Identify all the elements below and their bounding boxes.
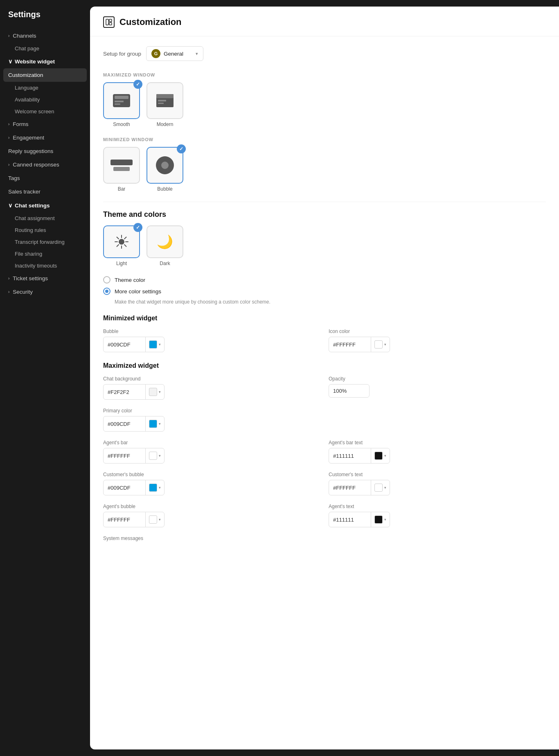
customers-text-swatch-btn[interactable]: ▾ (371, 480, 390, 495)
svg-point-11 (119, 239, 124, 245)
agents-text-field: Agent's text ▾ (329, 504, 546, 527)
modern-box[interactable] (147, 82, 183, 119)
sidebar-item-chat-assignment[interactable]: Chat assignment (0, 212, 90, 224)
sidebar-item-chat-page[interactable]: Chat page (0, 43, 90, 54)
opacity-input[interactable] (329, 384, 370, 398)
agents-bar-text-input[interactable] (329, 450, 371, 462)
agents-bar-input[interactable] (104, 450, 145, 462)
minimized-widget-section: Minimized widget Bubble ▾ Icon color (103, 315, 546, 352)
customers-bubble-input[interactable] (104, 482, 145, 494)
swatch-chevron-icon: ▾ (159, 486, 161, 490)
svg-line-18 (124, 237, 126, 239)
sidebar-item-chat-settings[interactable]: ∨ Chat settings (0, 198, 90, 212)
light-box[interactable]: ✓ (103, 225, 140, 258)
minimized-window-options: Bar ✓ Bubble (103, 147, 546, 192)
customers-text-field: Customer's text ▾ (329, 472, 546, 495)
smooth-box[interactable]: ✓ (103, 82, 140, 119)
primary-color-input[interactable] (104, 418, 145, 430)
agents-bar-swatch-btn[interactable]: ▾ (145, 448, 164, 463)
agents-text-label: Agent's text (329, 504, 546, 509)
agents-bar-row: Agent's bar ▾ Agent's bar text (103, 440, 546, 464)
bubble-color-swatch (149, 340, 157, 349)
main-header: Customization (90, 7, 559, 36)
sidebar-item-website-widget[interactable]: ∨ Website widget (0, 54, 90, 68)
bubble-color-swatch-btn[interactable]: ▾ (145, 337, 164, 352)
sidebar-item-security[interactable]: › Security (0, 285, 90, 299)
chat-bg-swatch-btn[interactable]: ▾ (145, 385, 164, 399)
light-check-badge: ✓ (133, 223, 142, 232)
chevron-right-icon: › (8, 276, 9, 281)
agents-text-input-wrapper: ▾ (329, 512, 390, 527)
sidebar-item-canned-responses[interactable]: › Canned responses (0, 158, 90, 171)
swatch-chevron-icon: ▾ (384, 486, 386, 490)
minimized-window-label: MINIMIZED WINDOW (103, 137, 546, 142)
primary-color-swatch-btn[interactable]: ▾ (145, 416, 164, 431)
chevron-right-icon: › (8, 122, 9, 126)
agents-bar-text-swatch-btn[interactable]: ▾ (371, 448, 390, 463)
dark-box[interactable]: 🌙 (147, 225, 183, 258)
agents-bar-swatch (149, 452, 157, 460)
customers-text-label: Customer's text (329, 472, 546, 477)
maximized-window-options: ✓ Smooth (103, 82, 546, 127)
icon-color-field: Icon color ▾ (329, 328, 546, 352)
sidebar: Settings › Channels Chat page ∨ Website … (0, 0, 90, 756)
sidebar-item-tags[interactable]: Tags (0, 171, 90, 185)
sidebar-item-welcome-screen[interactable]: Welcome screen (0, 106, 90, 117)
sidebar-item-transcript-forwarding[interactable]: Transcript forwarding (0, 236, 90, 248)
bar-box[interactable] (103, 147, 140, 184)
smooth-check-badge: ✓ (133, 80, 142, 89)
svg-rect-0 (106, 19, 108, 25)
style-option-dark[interactable]: 🌙 Dark (147, 225, 183, 266)
customers-bubble-field: Customer's bubble ▾ (103, 472, 320, 495)
sidebar-item-engagement[interactable]: › Engagement (0, 131, 90, 144)
icon-color-swatch (374, 340, 383, 349)
style-option-modern[interactable]: Modern (147, 82, 183, 127)
more-color-radio[interactable] (103, 288, 110, 295)
agents-bubble-input[interactable] (104, 513, 145, 526)
style-option-light[interactable]: ✓ Light (103, 225, 140, 266)
theme-color-radio[interactable] (103, 276, 110, 284)
chat-bg-label: Chat background (103, 376, 320, 382)
agents-text-input[interactable] (329, 513, 371, 526)
agents-bar-input-wrapper: ▾ (103, 448, 165, 464)
sidebar-item-customization[interactable]: Customization (3, 68, 87, 82)
agents-bubble-field: Agent's bubble ▾ (103, 504, 320, 527)
icon-color-label: Icon color (329, 328, 546, 334)
sidebar-item-channels[interactable]: › Channels (0, 29, 90, 43)
sidebar-item-ticket-settings[interactable]: › Ticket settings (0, 272, 90, 285)
sidebar-item-availability[interactable]: Availability (0, 94, 90, 106)
style-option-smooth[interactable]: ✓ Smooth (103, 82, 140, 127)
sidebar-item-language[interactable]: Language (0, 82, 90, 94)
sidebar-item-routing-rules[interactable]: Routing rules (0, 224, 90, 236)
chat-bg-input[interactable] (104, 386, 145, 398)
svg-rect-9 (158, 100, 166, 101)
bubble-color-field: Bubble ▾ (103, 328, 320, 352)
bubble-box[interactable]: ✓ (147, 147, 183, 184)
theme-color-radio-row[interactable]: Theme color (103, 276, 546, 284)
setup-label: Setup for group (103, 51, 141, 57)
sidebar-item-file-sharing[interactable]: File sharing (0, 248, 90, 260)
sidebar-item-reply-suggestions[interactable]: Reply suggestions (0, 144, 90, 158)
sidebar-item-sales-tracker[interactable]: Sales tracker (0, 185, 90, 198)
customers-text-input[interactable] (329, 482, 371, 494)
icon-color-input[interactable] (329, 338, 371, 351)
group-select-dropdown[interactable]: G General ▾ (146, 46, 203, 61)
agents-text-swatch-btn[interactable]: ▾ (371, 512, 390, 527)
smooth-label: Smooth (103, 122, 140, 127)
sidebar-item-forms[interactable]: › Forms (0, 117, 90, 131)
customers-text-swatch (374, 484, 383, 492)
system-messages-label: System messages (103, 536, 546, 541)
customers-bubble-swatch-btn[interactable]: ▾ (145, 480, 164, 495)
bubble-icon (156, 156, 174, 174)
style-option-bar[interactable]: Bar (103, 147, 140, 192)
chevron-right-icon: › (8, 162, 9, 167)
sidebar-item-inactivity-timeouts[interactable]: Inactivity timeouts (0, 260, 90, 272)
more-color-radio-row[interactable]: More color settings (103, 288, 546, 295)
chevron-right-icon: › (8, 34, 9, 38)
primary-color-label: Primary color (103, 408, 546, 414)
agents-bubble-swatch-btn[interactable]: ▾ (145, 512, 164, 527)
style-option-bubble[interactable]: ✓ Bubble (147, 147, 183, 192)
primary-color-field: Primary color ▾ (103, 408, 546, 432)
icon-color-swatch-btn[interactable]: ▾ (371, 337, 390, 352)
bubble-color-input[interactable] (104, 338, 145, 351)
